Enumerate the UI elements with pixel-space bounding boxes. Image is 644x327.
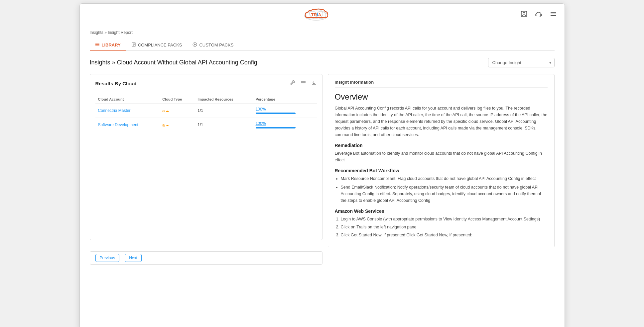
hamburger-menu-icon[interactable] [549,9,558,19]
top-nav-right [519,9,558,19]
headset-icon[interactable] [534,9,543,19]
bot-workflow-item-2: Send Email/Slack Notification: Notify op… [341,184,548,204]
table-row: Connectria Mastera☁1/1 100% [95,104,317,118]
tria-logo: TRiA [301,6,331,22]
aws-step-2: Click on Trails on the left navigation p… [341,224,548,230]
compliance-tab-icon [131,42,136,48]
col-percentage: Percentage [253,95,317,104]
change-insight-dropdown[interactable]: Change Insight [488,58,555,67]
top-nav: TRiA [80,4,565,24]
cloud-account-link[interactable]: Connectria Master [98,108,131,113]
prev-button[interactable]: Previous [95,254,120,262]
logo-area: TRiA [301,6,331,22]
aws-type-icon: a☁ [162,123,169,127]
cell-cloud-account: Connectria Master [95,104,160,118]
page-title-main: Cloud Account Without Global API Account… [117,59,257,66]
col-cloud-type: Cloud Type [160,95,195,104]
tab-compliance-packs[interactable]: COMPLIANCE PACKS [126,40,188,51]
table-header-row: Cloud Account Cloud Type Impacted Resour… [95,95,317,104]
cell-percentage: 100% [253,118,317,132]
bottom-left-bar: Previous Next [90,251,322,265]
library-tab-icon [95,42,100,48]
cell-impacted-resources: 1/1 [195,104,253,118]
aws-steps-list: Login to AWS Console (with appropriate p… [341,216,548,238]
cell-percentage: 100% [253,104,317,118]
cell-cloud-type: a☁ [160,118,195,132]
wrench-icon[interactable] [290,80,296,87]
left-panel: Results By Cloud [90,74,322,240]
tab-compliance-packs-label: COMPLIANCE PACKS [138,42,182,47]
tab-custom-packs[interactable]: CUSTOM PACKS [187,40,239,51]
download-icon[interactable] [311,80,317,87]
progress-bar-fill [256,127,296,128]
panel-actions [290,80,317,87]
svg-text:TRiA: TRiA [311,12,321,17]
left-panel-title: Results By Cloud [95,81,137,86]
tabs-container: LIBRARY COMPLIANCE PACKS [90,40,555,51]
bot-workflow-item-1: Mark Resource Noncompliant: Flag cloud a… [341,175,548,182]
cell-impacted-resources: 1/1 [195,118,253,132]
left-panel-header: Results By Cloud [95,80,317,90]
custom-packs-tab-icon [193,42,197,48]
tab-library-label: LIBRARY [102,42,121,47]
insight-info-title: Insight Information [335,80,548,88]
aws-step-3: Click Get Started Now, if presented:Clic… [341,232,548,238]
col-impacted-resources: Impacted Resources [195,95,253,104]
progress-bar-bg [256,127,296,128]
next-button[interactable]: Next [125,254,142,262]
page-title-row: Insights » Cloud Account Without Global … [90,58,555,67]
percentage-label[interactable]: 100% [256,121,314,126]
cloud-account-link[interactable]: Software Development [98,123,138,127]
overview-text: Global API Accounting Config records API… [335,105,548,138]
right-panel: Insight Information Overview Global API … [328,74,555,247]
browser-frame: TRiA [79,3,565,327]
percentage-label[interactable]: 100% [256,107,314,112]
col-cloud-account: Cloud Account [95,95,160,104]
breadcrumb-parent: Insights [90,30,103,35]
progress-bar-fill [256,113,296,114]
cell-cloud-account: Software Development [95,118,160,132]
content-area: Insights » Insight Report LIBRARY [80,24,565,327]
change-insight-wrapper[interactable]: Change Insight [488,58,555,67]
breadcrumb: Insights » Insight Report [90,30,555,35]
breadcrumb-current: Insight Report [108,30,133,35]
page-title: Insights » Cloud Account Without Global … [90,59,257,66]
aws-step-1: Login to AWS Console (with appropriate p… [341,216,548,222]
bot-workflow-list: Mark Resource Noncompliant: Flag cloud a… [341,175,548,204]
page-title-prefix: Insights » [90,59,115,66]
overview-heading: Overview [335,92,548,102]
table-row: Software Developmenta☁1/1 100% [95,118,317,132]
main-columns: Results By Cloud [90,74,555,247]
cell-cloud-type: a☁ [160,104,195,118]
progress-bar-bg [256,113,296,114]
svg-point-6 [523,12,525,14]
breadcrumb-separator: » [104,30,108,35]
aws-heading: Amazon Web Services [335,208,548,214]
results-table: Cloud Account Cloud Type Impacted Resour… [95,95,317,132]
user-icon[interactable] [519,9,529,19]
tab-library[interactable]: LIBRARY [90,40,126,51]
remediation-text: Leverage Bot automation to identify and … [335,150,548,163]
bottom-row: Previous Next [90,251,555,265]
remediation-heading: Remediation [335,143,548,148]
bot-workflow-heading: Recommended Bot Workflow [335,168,548,173]
tab-custom-packs-label: CUSTOM PACKS [199,42,233,47]
aws-type-icon: a☁ [162,108,169,113]
list-view-icon[interactable] [300,80,306,87]
insight-body: Overview Global API Accounting Config re… [335,92,548,238]
